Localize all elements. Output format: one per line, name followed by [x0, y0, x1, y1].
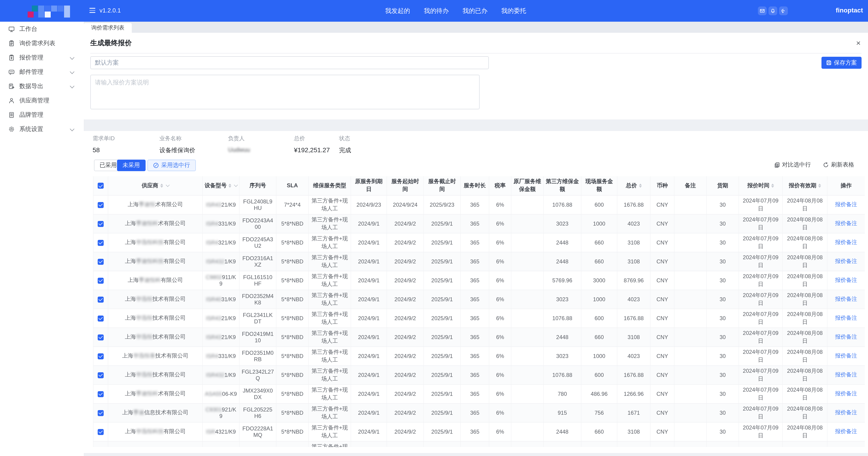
refresh-table-button[interactable]: 刷新表格 — [823, 161, 854, 169]
close-icon[interactable]: × — [856, 39, 862, 47]
quote-note-link[interactable]: 报价备注 — [835, 315, 857, 321]
col-label: 货期 — [717, 182, 728, 189]
row-checkbox[interactable] — [98, 315, 104, 321]
quote-note-link[interactable]: 报价备注 — [835, 352, 857, 359]
cell-duration: 365 — [461, 403, 489, 422]
plan-name-input[interactable] — [90, 56, 489, 69]
sidebar-item-6[interactable]: 品牌管理 — [0, 108, 84, 122]
adopt-selected-button[interactable]: 采用选中行 — [148, 160, 195, 171]
topnav-item-1[interactable]: 我的待办 — [424, 7, 449, 15]
quote-note-link[interactable]: 报价备注 — [835, 409, 857, 416]
compare-selected-button[interactable]: 对比选中行 — [774, 161, 811, 169]
sort-icon[interactable] — [818, 183, 821, 188]
quote-note-link[interactable]: 报价备注 — [835, 390, 857, 397]
filter-icon[interactable] — [234, 183, 238, 187]
chat-icon[interactable] — [779, 6, 788, 15]
sidebar-item-1[interactable]: 询价需求列表 — [0, 36, 84, 50]
mail-icon[interactable] — [758, 6, 767, 15]
quote-note-link[interactable]: 报价备注 — [835, 277, 857, 283]
quote-note-link[interactable]: 报价备注 — [835, 258, 857, 264]
bell-icon[interactable] — [769, 6, 777, 15]
quote-note-link[interactable]: 报价备注 — [835, 296, 857, 302]
quote-note-link[interactable]: 报价备注 — [835, 428, 857, 434]
row-checkbox[interactable] — [98, 372, 104, 378]
row-checkbox[interactable] — [98, 296, 104, 303]
masked-text: 季迪恒科技 — [136, 258, 163, 264]
col-total[interactable]: 总价 — [617, 176, 650, 195]
cell-total: 4023 — [617, 214, 650, 233]
quote-note-link[interactable]: 报价备注 — [835, 201, 857, 207]
row-checkbox[interactable] — [98, 410, 104, 416]
row-checkbox[interactable] — [98, 429, 104, 435]
cell-duration: 365 — [461, 365, 489, 384]
cell-duration: 365 — [461, 233, 489, 252]
quote-note-link[interactable]: 报价备注 — [835, 371, 857, 378]
sidebar-item-3[interactable]: 邮件管理 — [0, 64, 84, 79]
cell-quote_date: 2024年07月09日 — [739, 422, 782, 441]
sidebar-item-7[interactable]: 系统设置 — [0, 122, 84, 136]
quote-note-link[interactable]: 报价备注 — [835, 239, 857, 246]
save-icon — [826, 60, 832, 65]
sort-icon[interactable] — [160, 183, 163, 188]
row-checkbox[interactable] — [98, 221, 104, 227]
chevron-down-icon — [70, 126, 74, 131]
sidebar-item-2[interactable]: 报价管理 — [0, 50, 84, 64]
col-supplier[interactable]: 供应商 — [108, 176, 203, 195]
topnav-item-0[interactable]: 我发起的 — [385, 7, 410, 15]
row-checkbox[interactable] — [98, 259, 104, 264]
col-label: 报价时间 — [747, 182, 769, 189]
col-valid_until[interactable]: 报价有效期 — [782, 176, 827, 195]
sidebar-item-0[interactable]: 工作台 — [0, 22, 84, 36]
tab-inquiry-list[interactable]: 询价需求列表 — [84, 23, 132, 33]
toolbar-right: 对比选中行 刷新表格 — [774, 161, 854, 169]
cell-valid_until: 2024年08月08日 — [782, 214, 827, 233]
cell-tax_rate: 6% — [489, 214, 511, 233]
sort-icon[interactable] — [228, 183, 231, 188]
row-checkbox[interactable] — [98, 353, 104, 359]
cell-third_party_amount: 1076.88 — [544, 195, 581, 214]
col-model[interactable]: 设备型号 — [203, 176, 239, 195]
masked-text: 华迅恒科技 — [136, 428, 163, 434]
cell-service_type: 第三方备件+现场人工 — [308, 290, 351, 309]
cell-quote_date: 2024年07月09日 — [739, 252, 782, 271]
cell-currency: CNY — [650, 422, 674, 441]
cell-onsite_amount — [581, 441, 617, 447]
cell-valid_until: 2024年08月08日 — [782, 290, 827, 309]
cell-model: ISR4321/K9 — [203, 365, 239, 384]
cell-oem_amount — [511, 290, 544, 309]
row-checkbox[interactable] — [98, 334, 104, 340]
cell-service_type: 第三方备件+现场人工 — [308, 233, 351, 252]
filter-icon[interactable] — [166, 183, 169, 187]
sidebar-item-4[interactable]: 数据导出 — [0, 79, 84, 93]
cell-service_type: 第三方备件+现场人工 — [308, 252, 351, 271]
cell-total: 1266.96 — [617, 384, 650, 403]
cell-duration: 365 — [461, 290, 489, 309]
sort-icon[interactable] — [771, 183, 774, 188]
select-all-checkbox[interactable] — [98, 183, 104, 189]
cell-oem_amount — [511, 252, 544, 271]
summary-field-4: 状态完成 — [339, 135, 351, 154]
cell-duration: 365 — [461, 214, 489, 233]
masked-text: 季迪恒科 — [136, 220, 158, 227]
quote-note-link[interactable]: 报价备注 — [835, 334, 857, 340]
not-adopted-button[interactable]: 未采用 — [117, 160, 145, 171]
sidebar-item-5[interactable]: 供应商管理 — [0, 93, 84, 108]
row-checkbox[interactable] — [98, 202, 104, 208]
cell-service_start: 2024/9/2 — [387, 422, 424, 441]
topnav-item-3[interactable]: 我的委托 — [501, 7, 526, 15]
topnav-item-2[interactable]: 我的已办 — [463, 7, 488, 15]
masked-text: ASA55 — [205, 391, 222, 397]
quote-note-link[interactable]: 报价备注 — [835, 220, 857, 227]
row-checkbox[interactable] — [98, 278, 104, 283]
col-quote_date[interactable]: 报价时间 — [739, 176, 782, 195]
sidebar-collapse-icon[interactable] — [89, 8, 95, 13]
plan-description-textarea[interactable] — [90, 75, 479, 109]
sort-icon[interactable] — [639, 183, 642, 188]
col-select[interactable] — [93, 176, 108, 195]
save-plan-button[interactable]: 保存方案 — [822, 57, 862, 69]
cell-quote_date: 2024年07月09日 — [739, 195, 782, 214]
row-checkbox[interactable] — [98, 391, 104, 397]
cell-valid_until: 2024年08月08日 — [782, 309, 827, 327]
cell-oem_amount — [511, 271, 544, 290]
row-checkbox[interactable] — [98, 240, 104, 246]
